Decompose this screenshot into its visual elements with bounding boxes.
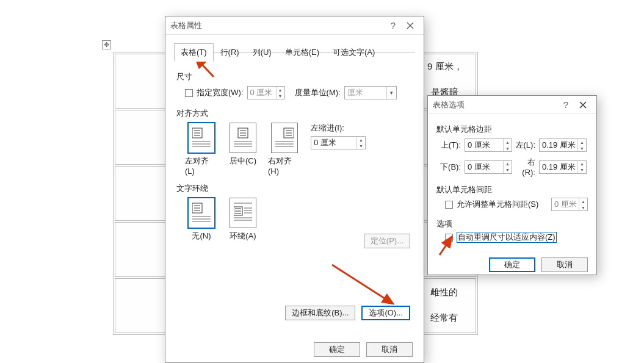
allow-spacing-checkbox[interactable] (445, 201, 453, 209)
tab-alttext[interactable]: 可选文字(A) (326, 43, 382, 62)
align-left-option[interactable] (188, 123, 215, 153)
auto-resize-checkbox[interactable] (445, 234, 453, 242)
unit-label: 度量单位(M): (295, 87, 341, 98)
allow-spacing-label: 允许调整单元格间距(S) (457, 199, 538, 210)
right-label: 右(R): (515, 157, 537, 177)
dialog-titlebar[interactable]: 表格属性 ? (165, 16, 424, 35)
section-options: 选项 (436, 218, 588, 229)
preferred-width-spinner[interactable]: 0 厘米▲▼ (247, 86, 285, 99)
cancel-button[interactable]: 取消 (366, 342, 413, 357)
tab-row[interactable]: 行(R) (214, 43, 246, 62)
bottom-spinner[interactable]: 0 厘米▲▼ (465, 160, 512, 174)
section-spacing: 默认单元格间距 (436, 184, 588, 195)
table-properties-dialog: 表格属性 ? 表格(T) 行(R) 列(U) 单元格(E) 可选文字(A) 尺寸… (165, 16, 424, 363)
table-move-handle[interactable]: ✥ (102, 40, 111, 49)
left-spinner[interactable]: 0.19 厘米▲▼ (539, 138, 587, 152)
wrap-around-label: 环绕(A) (230, 231, 256, 242)
top-label: 上(T): (440, 140, 462, 151)
tab-column[interactable]: 列(U) (246, 43, 278, 62)
help-button[interactable]: ? (557, 99, 574, 110)
table-options-dialog: 表格选项 ? 默认单元格边距 上(T): 0 厘米▲▼ 左(L): 0.19 厘… (427, 95, 597, 275)
preferred-width-label: 指定宽度(W): (197, 87, 244, 98)
tab-cell[interactable]: 单元格(E) (278, 43, 326, 62)
doc-text: 雌性的 (430, 287, 458, 298)
cancel-button[interactable]: 取消 (541, 257, 588, 272)
wrap-none-option[interactable] (188, 198, 215, 228)
wrap-around-option[interactable] (230, 198, 256, 228)
top-spinner[interactable]: 0 厘米▲▼ (465, 138, 512, 152)
tab-bar: 表格(T) 行(R) 列(U) 单元格(E) 可选文字(A) (165, 35, 424, 62)
align-right-option[interactable] (271, 123, 298, 153)
options-button[interactable]: 选项(O)... (361, 306, 410, 320)
left-label: 左(L): (515, 140, 537, 151)
borders-shading-button[interactable]: 边框和底纹(B)... (285, 306, 355, 320)
section-align: 对齐方式 (176, 108, 413, 119)
ok-button[interactable]: 确定 (314, 342, 360, 357)
doc-text: 9 厘米， (427, 61, 463, 73)
spacing-spinner[interactable]: 0 厘米▲▼ (551, 198, 588, 211)
align-center-label: 居中(C) (230, 156, 256, 167)
align-left-label: 左对齐(L) (185, 156, 218, 176)
dialog-title: 表格选项 (433, 99, 557, 110)
section-wrap: 文字环绕 (176, 183, 413, 194)
doc-text: 经常有 (430, 312, 458, 324)
section-size: 尺寸 (176, 71, 413, 82)
close-button[interactable] (402, 22, 419, 29)
dialog-title: 表格属性 (170, 20, 385, 31)
wrap-none-label: 无(N) (192, 231, 211, 242)
align-center-option[interactable] (230, 123, 256, 153)
right-spinner[interactable]: 0.19 厘米▲▼ (539, 160, 587, 174)
dialog-titlebar[interactable]: 表格选项 ? (428, 96, 596, 114)
section-margins: 默认单元格边距 (436, 124, 588, 135)
close-button[interactable] (574, 101, 592, 109)
auto-resize-label: 自动重调尺寸以适应内容(Z) (457, 232, 557, 243)
preferred-width-checkbox[interactable] (185, 89, 193, 97)
align-right-label: 右对齐(H) (268, 156, 301, 176)
help-button[interactable]: ? (385, 20, 402, 31)
ok-button[interactable]: 确定 (489, 257, 535, 272)
unit-select[interactable]: 厘米▾ (344, 86, 397, 99)
indent-spinner[interactable]: 0 厘米▲▼ (311, 136, 366, 149)
tab-table[interactable]: 表格(T) (174, 43, 214, 62)
indent-label: 左缩进(I): (311, 123, 366, 134)
position-button: 定位(P)... (364, 234, 410, 248)
bottom-label: 下(B): (440, 162, 462, 173)
